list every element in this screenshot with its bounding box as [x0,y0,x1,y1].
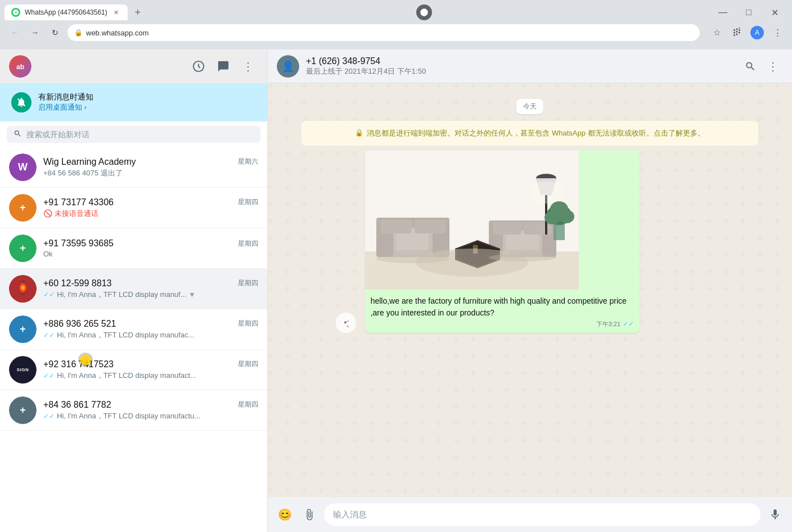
lock-icon: 🔒 [355,128,363,138]
toolbar-icons: ☆ A ⋮ [709,25,785,40]
chat-time: 星期四 [238,359,258,369]
forward-button[interactable]: → [27,25,43,40]
contact-name: +1 (626) 348-9754 [306,56,734,66]
chrome-customize[interactable] [416,4,432,20]
chat-header: 👤 +1 (626) 348-9754 最后上线于 2021年12月4日 下午1… [268,49,792,83]
security-notice[interactable]: 🔒 消息都是进行端到端加密。对话之外的任何人，甚至包含 WhatsApp 都无法… [302,121,758,146]
new-tab-button[interactable]: + [130,4,146,20]
refresh-button[interactable]: ↻ [47,25,63,40]
search-inner [7,126,260,143]
chat-info: +91 73177 43306 星期四 🚫 未接语音通话 [43,197,258,219]
contact-info[interactable]: +1 (626) 348-9754 最后上线于 2021年12月4日 下午1:5… [306,56,734,76]
profile-button[interactable]: A [749,25,765,40]
tab-favicon [11,8,20,17]
svg-rect-23 [493,222,521,235]
close-window-button[interactable]: ✕ [762,4,788,20]
minimize-button[interactable]: — [710,4,736,20]
input-placeholder: 输入消息 [333,510,367,520]
furniture-image-wrapper [365,150,640,292]
emoji-button[interactable]: 😊 [274,504,295,525]
chrome-menu-button[interactable]: ⋮ [770,25,785,40]
url-text: web.whatsapp.com [86,29,148,37]
new-chat-icon-button[interactable] [213,56,233,76]
chat-time: 星期四 [238,400,258,409]
message-input[interactable]: 输入消息 [324,503,760,526]
chat-name: Wig Learning Academy [43,157,136,167]
chat-time: 星期四 [238,278,258,288]
tab-bar: WhatsApp (447950643561) ✕ + — □ ✕ [0,0,792,20]
svg-point-38 [472,245,478,248]
chat-name: +84 36 861 7782 [43,400,111,410]
attachment-button[interactable] [299,504,320,525]
active-tab[interactable]: WhatsApp (447950643561) ✕ [4,4,128,20]
chat-info: +84 36 861 7782 星期四 ✓✓ Hi, I'm Anna，TFT … [43,400,258,421]
message-meta: 下午3:21 ✓✓ [371,320,634,328]
chat-time: 星期四 [238,197,258,207]
chat-menu-button[interactable]: ⋮ [763,56,783,76]
double-check-icon: ✓✓ [43,412,55,420]
mic-button[interactable] [765,504,785,525]
message-wrapper: hello,we are the factory of furniture wi… [302,150,758,333]
chat-info: +886 936 265 521 星期四 ✓✓ Hi, I'm Anna，TFT… [43,319,258,340]
search-input[interactable] [26,130,254,139]
message-time: 下午3:21 [596,320,620,328]
chat-item-active[interactable]: 🏮 +60 12-599 8813 星期四 ✓✓ Hi, I'm Anna，TF… [0,269,267,309]
date-divider: 今天 [302,99,758,114]
chat-preview: ✓✓ Hi, I'm Anna，TFT LCD display manuf...… [43,290,258,300]
left-header: ab ⋮ [0,49,267,83]
chat-avatar: + [9,235,37,262]
chat-preview: +84 56 586 4075 退出了 [43,168,258,178]
chat-header-icons: ⋮ [740,56,783,76]
svg-rect-24 [524,222,552,235]
chat-list: W Wig Learning Academy 星期六 +84 56 586 40… [0,147,267,532]
chat-item[interactable]: W Wig Learning Academy 星期六 +84 56 586 40… [0,147,267,188]
message-text-area: hello,we are the factory of furniture wi… [365,292,640,333]
url-bar[interactable]: 🔒 web.whatsapp.com [68,24,700,41]
notification-icon [11,92,32,112]
svg-rect-16 [381,220,412,233]
chat-info: +60 12-599 8813 星期四 ✓✓ Hi, I'm Anna，TFT … [43,278,258,300]
double-check-icon: ✓✓ [43,291,55,299]
chat-item[interactable]: + +84 36 861 7782 星期四 ✓✓ Hi, I'm Anna，TF… [0,390,267,431]
chat-messages: 今天 🔒 消息都是进行端到端加密。对话之外的任何人，甚至包含 WhatsApp … [268,83,792,497]
chat-info: +92 316 7417523 星期四 ✓✓ Hi, I'm Anna，TFT … [43,359,258,381]
chat-time: 星期六 [238,157,258,166]
forward-icon[interactable] [336,313,356,333]
chat-preview: Ok [43,250,258,258]
contact-avatar[interactable]: 👤 [277,55,299,78]
tab-close-button[interactable]: ✕ [112,8,121,17]
search-messages-button[interactable] [740,56,760,76]
bookmarks-icon[interactable]: ☆ [709,25,724,40]
chat-info: Wig Learning Academy 星期六 +84 56 586 4075… [43,157,258,178]
chat-time: 星期四 [238,319,258,328]
chat-item[interactable]: + +91 73595 93685 星期四 Ok [0,228,267,269]
back-button[interactable]: ← [7,25,22,40]
browser-chrome: WhatsApp (447950643561) ✕ + — □ ✕ ← → ↻ … [0,0,792,49]
header-icons: ⋮ [188,56,258,76]
svg-point-40 [376,254,449,263]
forward-button[interactable] [336,313,356,333]
notification-title: 有新消息时通知 [38,92,256,102]
chat-item[interactable]: + +91 73177 43306 星期四 🚫 未接语音通话 [0,188,267,228]
chat-item[interactable]: SIGN +92 316 7417523 星期四 ✓✓ Hi, I'm Anna… [0,350,267,390]
message-ticks-icon: ✓✓ [623,320,634,328]
status-icon-button[interactable] [188,56,209,76]
chat-item[interactable]: + +886 936 265 521 星期四 ✓✓ Hi, I'm Anna，T… [0,309,267,350]
menu-icon-button[interactable]: ⋮ [238,56,258,76]
chrome-window-controls [416,4,439,20]
chat-preview: 🚫 未接语音通话 [43,209,258,219]
apps-icon[interactable] [729,25,745,40]
tab-title: WhatsApp (447950643561) [25,8,107,16]
enable-notifications-link[interactable]: 启用桌面通知 › [38,102,256,112]
search-icon [14,129,22,139]
chat-info: +91 73595 93685 星期四 Ok [43,238,258,258]
notification-text: 有新消息时通知 启用桌面通知 › [38,92,256,112]
chat-avatar: W [9,154,37,181]
chat-name: +92 316 7417523 [43,359,114,369]
chat-avatar: + [9,396,37,424]
maximize-button[interactable]: □ [736,4,762,20]
address-bar: ← → ↻ 🔒 web.whatsapp.com ☆ A ⋮ [0,20,792,45]
svg-point-36 [550,201,568,217]
user-avatar[interactable]: ab [9,55,32,78]
chat-preview: ✓✓ Hi, I'm Anna，TFT LCD display manufact… [43,371,258,381]
